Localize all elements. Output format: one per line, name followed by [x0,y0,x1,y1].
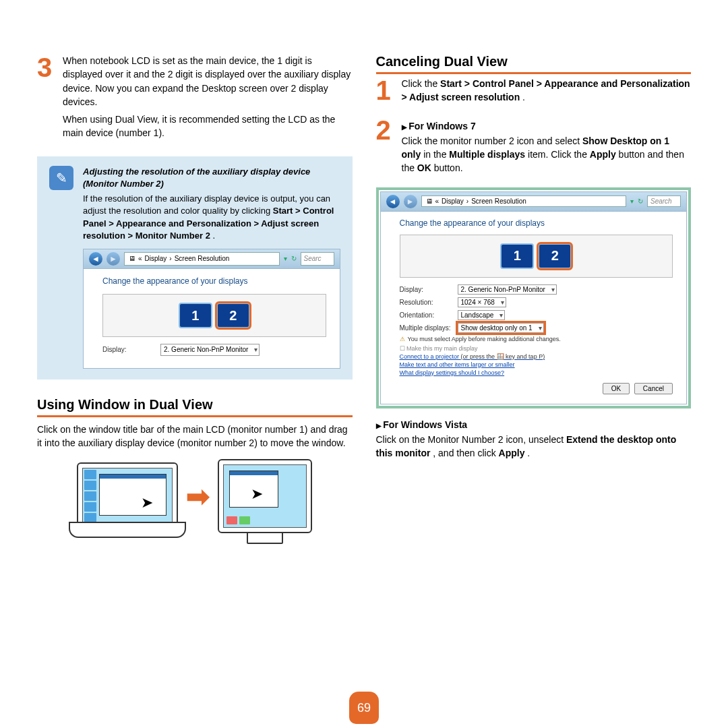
back-icon: ◄ [89,252,102,266]
resolution-label: Resolution: [400,299,454,306]
step1-post: . [522,92,525,102]
display-combo: 2. Generic Non-PnP Monitor [458,284,557,295]
display-label: Display: [400,286,454,293]
step1-pre: Click the [402,78,441,89]
t: Click the monitor number 2 icon and sele… [402,135,582,146]
note-body-post: . [213,231,216,241]
search-input: Search [647,195,681,207]
t: button. [434,162,463,173]
cursor-icon: ➤ [251,485,263,503]
page-number-badge: 69 [349,692,379,724]
step1-bold: Start > Control Panel > Appearance and P… [402,78,690,102]
link-projector: Connect to a projector (or press the 🪟 k… [400,353,673,360]
display-combo: 2. Generic Non-PnP Monitor [160,344,260,356]
note-title: Adjusting the resolution of the auxiliar… [83,166,340,190]
t: Multiple displays [449,149,525,160]
t: . [527,448,530,458]
step-1: 1 Click the Start > Control Panel > Appe… [376,77,692,104]
multiple-displays-label: Multiple displays: [400,324,454,332]
monitor-2-highlighted: 2 [538,243,572,269]
back-icon: ◄ [386,195,400,208]
t: , and then click [433,448,498,458]
bullet-win7: For Windows 7 [402,119,692,133]
breadcrumb: 🖥« Display› Screen Resolution [124,252,280,266]
monitor-1: 1 [179,303,212,328]
step-number: 2 [376,117,396,175]
note-box: ✎ Adjusting the resolution of the auxili… [37,156,353,380]
using-dual-view-text: Click on the window title bar of the mai… [37,423,353,450]
warning-text: ⚠You must select Apply before making add… [400,336,673,342]
pencil-icon: ✎ [49,166,73,190]
link-text-size: Make text and other items larger or smal… [400,361,673,368]
step-number: 3 [37,54,57,144]
bullet-vista: For Windows Vista [376,418,692,431]
warning-icon: ⚠ [400,336,405,342]
monitor-2-highlighted: 2 [216,303,250,328]
link-settings-help: What display settings should I choose? [400,369,673,376]
forward-icon: ► [404,195,417,208]
t: OK [417,162,431,173]
t: Click on the Monitor Number 2 icon, unse… [376,434,566,445]
dialog-heading: Change the appearance of your displays [102,276,326,287]
section-canceling-dual-view: Canceling Dual View [376,54,692,74]
monitor-preview: 1 2 [102,294,326,337]
monitor-1: 1 [500,243,534,269]
display-label: Display: [102,345,156,355]
laptop-drawing: ➤ [77,462,178,530]
forward-icon: ► [107,252,120,266]
cancel-button: Cancel [634,383,673,394]
step-3: 3 When notebook LCD is set as the main d… [37,54,353,144]
orientation-combo: Landscape [458,310,506,320]
arrow-icon: ➡ [186,480,210,513]
step3-text-a: When notebook LCD is set as the main dev… [63,54,353,109]
search-input: Searc [301,252,334,266]
t: in the [423,149,449,160]
screenshot-small: ◄ ► 🖥« Display› Screen Resolution ▾↻ Sea… [83,249,340,369]
t: item. Click the [528,149,590,160]
screenshot-large-frame: ◄ ► 🖥« Display› Screen Resolution ▾↻ Sea… [376,187,692,408]
monitor-preview: 1 2 [400,235,673,278]
t: Apply [499,448,525,458]
step-number: 1 [376,77,396,104]
dual-view-illustration: ➤ ➡ ➤ [37,459,353,533]
section-using-dual-view: Using Window in Dual View [37,397,353,417]
t: Apply [590,149,616,160]
orientation-label: Orientation: [400,311,454,319]
resolution-combo: 1024 × 768 [458,297,506,307]
ok-button: OK [603,383,630,394]
monitor-drawing: ➤ [218,459,312,533]
cursor-icon: ➤ [141,494,153,512]
step3-text-b: When using Dual View, it is recommended … [63,113,353,140]
multiple-displays-combo-highlighted: Show desktop only on 1 [458,323,544,333]
main-display-checkbox: ☐ Make this my main display [400,345,673,352]
breadcrumb: 🖥« Display› Screen Resolution [421,195,627,207]
dialog-heading: Change the appearance of your displays [400,218,673,228]
step-2: 2 For Windows 7 Click the monitor number… [376,117,692,175]
